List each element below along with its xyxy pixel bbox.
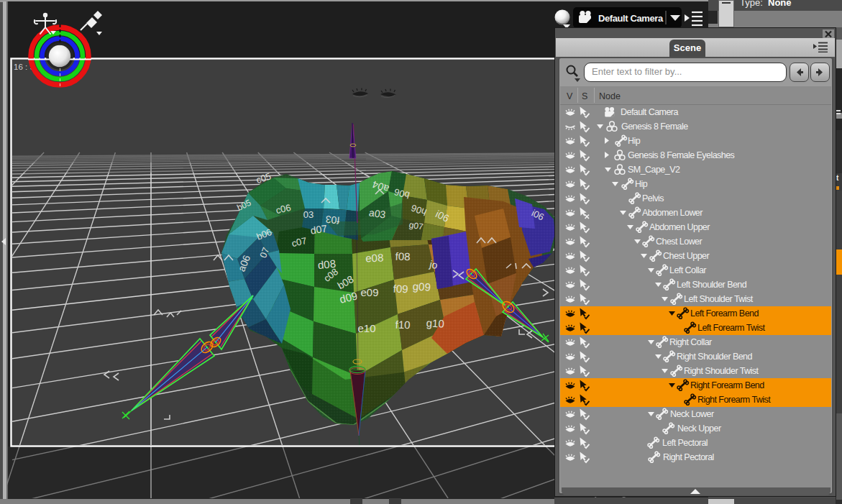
svg-text:e09: e09: [360, 286, 378, 298]
svg-text:g09: g09: [412, 280, 431, 293]
svg-text:e10: e10: [357, 322, 375, 334]
svg-text:f08: f08: [395, 250, 410, 263]
svg-text:f03: f03: [325, 214, 340, 226]
svg-text:e08: e08: [365, 252, 384, 265]
svg-text:Default Camera: Default Camera: [598, 13, 664, 24]
svg-text:g10: g10: [426, 316, 444, 329]
svg-text:f09: f09: [393, 283, 408, 295]
svg-text:f10: f10: [395, 319, 410, 331]
svg-text:03: 03: [303, 209, 314, 220]
svg-text:a03: a03: [368, 207, 387, 221]
svg-text:d07: d07: [310, 222, 329, 236]
